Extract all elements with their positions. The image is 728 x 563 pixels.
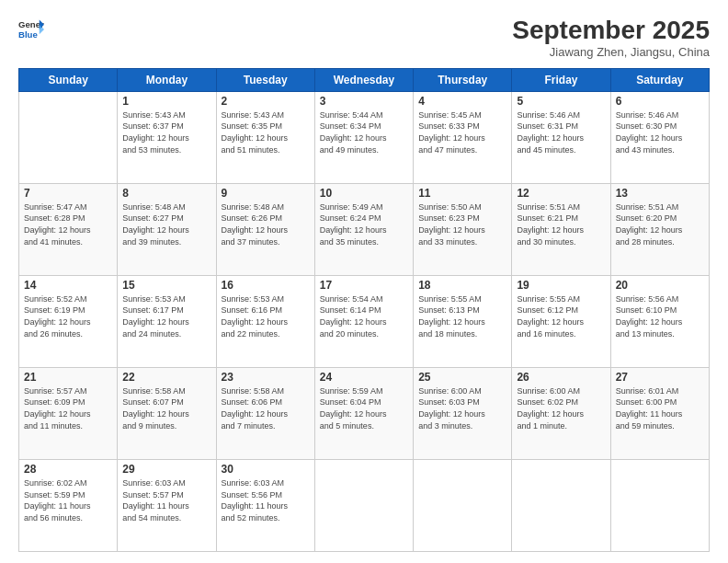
calendar-cell: 28Sunrise: 6:02 AM Sunset: 5:59 PM Dayli… bbox=[19, 459, 118, 551]
calendar-cell: 1Sunrise: 5:43 AM Sunset: 6:37 PM Daylig… bbox=[118, 91, 216, 183]
day-number: 29 bbox=[122, 463, 210, 476]
calendar-cell bbox=[414, 459, 512, 551]
day-number: 10 bbox=[320, 187, 408, 200]
day-number: 13 bbox=[616, 187, 704, 200]
day-info: Sunrise: 5:46 AM Sunset: 6:31 PM Dayligh… bbox=[517, 109, 605, 155]
weekday-header-tuesday: Tuesday bbox=[216, 68, 314, 91]
calendar-cell bbox=[19, 91, 118, 183]
location: Jiawang Zhen, Jiangsu, China bbox=[512, 45, 710, 59]
calendar-cell: 3Sunrise: 5:44 AM Sunset: 6:34 PM Daylig… bbox=[314, 91, 413, 183]
day-info: Sunrise: 5:43 AM Sunset: 6:37 PM Dayligh… bbox=[122, 109, 210, 155]
calendar-cell: 11Sunrise: 5:50 AM Sunset: 6:23 PM Dayli… bbox=[414, 183, 512, 275]
page: General Blue September 2025 Jiawang Zhen… bbox=[0, 0, 728, 563]
calendar-cell: 12Sunrise: 5:51 AM Sunset: 6:21 PM Dayli… bbox=[512, 183, 610, 275]
day-info: Sunrise: 5:47 AM Sunset: 6:28 PM Dayligh… bbox=[24, 201, 112, 247]
day-number: 25 bbox=[418, 371, 506, 384]
day-info: Sunrise: 6:03 AM Sunset: 5:57 PM Dayligh… bbox=[122, 477, 210, 523]
calendar-cell: 10Sunrise: 5:49 AM Sunset: 6:24 PM Dayli… bbox=[314, 183, 413, 275]
day-info: Sunrise: 5:58 AM Sunset: 6:06 PM Dayligh… bbox=[222, 385, 310, 431]
day-info: Sunrise: 6:00 AM Sunset: 6:03 PM Dayligh… bbox=[418, 385, 506, 431]
week-row-4: 28Sunrise: 6:02 AM Sunset: 5:59 PM Dayli… bbox=[19, 459, 710, 551]
week-row-2: 14Sunrise: 5:52 AM Sunset: 6:19 PM Dayli… bbox=[19, 275, 710, 367]
day-info: Sunrise: 6:00 AM Sunset: 6:02 PM Dayligh… bbox=[517, 385, 605, 431]
day-info: Sunrise: 5:53 AM Sunset: 6:16 PM Dayligh… bbox=[222, 293, 310, 339]
calendar-cell: 9Sunrise: 5:48 AM Sunset: 6:26 PM Daylig… bbox=[216, 183, 314, 275]
calendar-cell: 18Sunrise: 5:55 AM Sunset: 6:13 PM Dayli… bbox=[414, 275, 512, 367]
day-number: 22 bbox=[122, 371, 210, 384]
week-row-1: 7Sunrise: 5:47 AM Sunset: 6:28 PM Daylig… bbox=[19, 183, 710, 275]
day-info: Sunrise: 5:56 AM Sunset: 6:10 PM Dayligh… bbox=[616, 293, 704, 339]
day-number: 20 bbox=[616, 279, 704, 292]
logo: General Blue bbox=[18, 17, 44, 42]
day-number: 23 bbox=[222, 371, 310, 384]
day-info: Sunrise: 5:53 AM Sunset: 6:17 PM Dayligh… bbox=[122, 293, 210, 339]
calendar-cell bbox=[610, 459, 709, 551]
calendar-cell: 29Sunrise: 6:03 AM Sunset: 5:57 PM Dayli… bbox=[118, 459, 216, 551]
calendar-table: SundayMondayTuesdayWednesdayThursdayFrid… bbox=[18, 68, 710, 552]
day-info: Sunrise: 5:55 AM Sunset: 6:12 PM Dayligh… bbox=[517, 293, 605, 339]
svg-text:Blue: Blue bbox=[18, 29, 38, 40]
calendar-cell: 13Sunrise: 5:51 AM Sunset: 6:20 PM Dayli… bbox=[610, 183, 709, 275]
day-info: Sunrise: 5:58 AM Sunset: 6:07 PM Dayligh… bbox=[122, 385, 210, 431]
weekday-header-wednesday: Wednesday bbox=[314, 68, 413, 91]
day-number: 27 bbox=[616, 371, 704, 384]
logo-icon: General Blue bbox=[18, 17, 44, 42]
day-number: 24 bbox=[320, 371, 408, 384]
calendar-cell: 5Sunrise: 5:46 AM Sunset: 6:31 PM Daylig… bbox=[512, 91, 610, 183]
day-number: 11 bbox=[418, 187, 506, 200]
calendar-cell: 2Sunrise: 5:43 AM Sunset: 6:35 PM Daylig… bbox=[216, 91, 314, 183]
calendar-cell: 20Sunrise: 5:56 AM Sunset: 6:10 PM Dayli… bbox=[610, 275, 709, 367]
day-number: 6 bbox=[616, 95, 704, 108]
calendar-cell bbox=[314, 459, 413, 551]
calendar-cell: 15Sunrise: 5:53 AM Sunset: 6:17 PM Dayli… bbox=[118, 275, 216, 367]
day-number: 18 bbox=[418, 279, 506, 292]
calendar-cell: 30Sunrise: 6:03 AM Sunset: 5:56 PM Dayli… bbox=[216, 459, 314, 551]
weekday-header-row: SundayMondayTuesdayWednesdayThursdayFrid… bbox=[19, 68, 710, 91]
day-number: 9 bbox=[222, 187, 310, 200]
calendar-cell: 24Sunrise: 5:59 AM Sunset: 6:04 PM Dayli… bbox=[314, 367, 413, 459]
calendar-cell: 8Sunrise: 5:48 AM Sunset: 6:27 PM Daylig… bbox=[118, 183, 216, 275]
calendar-cell: 16Sunrise: 5:53 AM Sunset: 6:16 PM Dayli… bbox=[216, 275, 314, 367]
day-number: 7 bbox=[24, 187, 112, 200]
calendar-cell: 26Sunrise: 6:00 AM Sunset: 6:02 PM Dayli… bbox=[512, 367, 610, 459]
day-info: Sunrise: 5:57 AM Sunset: 6:09 PM Dayligh… bbox=[24, 385, 112, 431]
day-number: 4 bbox=[418, 95, 506, 108]
day-number: 8 bbox=[122, 187, 210, 200]
weekday-header-saturday: Saturday bbox=[610, 68, 709, 91]
calendar-cell: 25Sunrise: 6:00 AM Sunset: 6:03 PM Dayli… bbox=[414, 367, 512, 459]
day-number: 2 bbox=[222, 95, 310, 108]
day-number: 5 bbox=[517, 95, 605, 108]
week-row-3: 21Sunrise: 5:57 AM Sunset: 6:09 PM Dayli… bbox=[19, 367, 710, 459]
day-number: 15 bbox=[122, 279, 210, 292]
day-info: Sunrise: 5:45 AM Sunset: 6:33 PM Dayligh… bbox=[418, 109, 506, 155]
day-info: Sunrise: 5:55 AM Sunset: 6:13 PM Dayligh… bbox=[418, 293, 506, 339]
week-row-0: 1Sunrise: 5:43 AM Sunset: 6:37 PM Daylig… bbox=[19, 91, 710, 183]
day-number: 28 bbox=[24, 463, 112, 476]
calendar-cell: 23Sunrise: 5:58 AM Sunset: 6:06 PM Dayli… bbox=[216, 367, 314, 459]
month-title: September 2025 bbox=[512, 17, 710, 45]
day-info: Sunrise: 5:51 AM Sunset: 6:20 PM Dayligh… bbox=[616, 201, 704, 247]
day-info: Sunrise: 5:49 AM Sunset: 6:24 PM Dayligh… bbox=[320, 201, 408, 247]
day-info: Sunrise: 5:54 AM Sunset: 6:14 PM Dayligh… bbox=[320, 293, 408, 339]
day-number: 14 bbox=[24, 279, 112, 292]
day-info: Sunrise: 5:48 AM Sunset: 6:27 PM Dayligh… bbox=[122, 201, 210, 247]
day-number: 3 bbox=[320, 95, 408, 108]
header: General Blue September 2025 Jiawang Zhen… bbox=[18, 17, 710, 59]
calendar-cell: 19Sunrise: 5:55 AM Sunset: 6:12 PM Dayli… bbox=[512, 275, 610, 367]
day-number: 12 bbox=[517, 187, 605, 200]
calendar-cell: 14Sunrise: 5:52 AM Sunset: 6:19 PM Dayli… bbox=[19, 275, 118, 367]
day-info: Sunrise: 6:03 AM Sunset: 5:56 PM Dayligh… bbox=[222, 477, 310, 523]
calendar-cell: 21Sunrise: 5:57 AM Sunset: 6:09 PM Dayli… bbox=[19, 367, 118, 459]
weekday-header-monday: Monday bbox=[118, 68, 216, 91]
day-number: 30 bbox=[222, 463, 310, 476]
day-info: Sunrise: 5:50 AM Sunset: 6:23 PM Dayligh… bbox=[418, 201, 506, 247]
day-number: 16 bbox=[222, 279, 310, 292]
day-info: Sunrise: 5:59 AM Sunset: 6:04 PM Dayligh… bbox=[320, 385, 408, 431]
day-info: Sunrise: 5:43 AM Sunset: 6:35 PM Dayligh… bbox=[222, 109, 310, 155]
calendar-cell: 6Sunrise: 5:46 AM Sunset: 6:30 PM Daylig… bbox=[610, 91, 709, 183]
day-info: Sunrise: 5:48 AM Sunset: 6:26 PM Dayligh… bbox=[222, 201, 310, 247]
calendar-cell: 27Sunrise: 6:01 AM Sunset: 6:00 PM Dayli… bbox=[610, 367, 709, 459]
calendar-cell: 17Sunrise: 5:54 AM Sunset: 6:14 PM Dayli… bbox=[314, 275, 413, 367]
day-number: 1 bbox=[122, 95, 210, 108]
weekday-header-sunday: Sunday bbox=[19, 68, 118, 91]
